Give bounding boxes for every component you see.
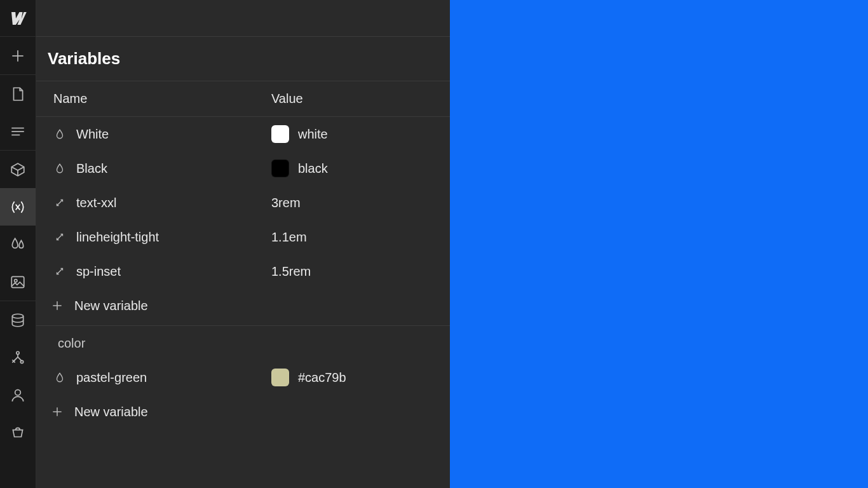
variable-value: 1.5rem	[271, 264, 311, 279]
variable-value: 1.1em	[271, 230, 307, 245]
variable-value: white	[298, 127, 328, 142]
svg-line-21	[57, 269, 63, 274]
columns-header: Name Value	[36, 81, 450, 117]
size-icon	[53, 265, 66, 278]
canvas[interactable]	[450, 0, 868, 488]
svg-rect-8	[11, 276, 24, 287]
svg-line-19	[57, 200, 63, 206]
new-variable-button[interactable]: New variable	[36, 288, 450, 323]
variable-value: 3rem	[271, 196, 301, 210]
variable-row[interactable]: Blackblack	[36, 151, 450, 186]
plus-icon	[50, 299, 64, 313]
column-value-header: Value	[271, 92, 450, 106]
variable-value: black	[298, 161, 328, 176]
drop-icon	[53, 162, 66, 175]
svg-point-17	[20, 360, 23, 363]
cms-button[interactable]	[0, 301, 36, 339]
drop-icon	[53, 128, 66, 140]
new-variable-button[interactable]: New variable	[36, 395, 450, 429]
svg-point-9	[15, 279, 17, 281]
variable-row[interactable]: pastel-green#cac79b	[36, 360, 450, 395]
variable-group-title[interactable]: color	[36, 326, 450, 360]
new-variable-label: New variable	[74, 299, 148, 313]
variables-panel: Variables Name Value WhitewhiteBlackblac…	[36, 0, 450, 488]
variable-row[interactable]: Whitewhite	[36, 117, 450, 151]
drop-icon	[53, 371, 66, 384]
variable-name: lineheight-tight	[76, 230, 159, 245]
webflow-logo[interactable]	[0, 0, 36, 37]
color-swatch	[271, 369, 289, 386]
style-manager-button[interactable]	[0, 226, 36, 263]
pages-button[interactable]	[0, 75, 36, 112]
panel-title: Variables	[48, 49, 120, 69]
assets-button[interactable]	[0, 263, 36, 301]
size-icon	[53, 196, 66, 209]
new-variable-label: New variable	[74, 405, 148, 419]
color-swatch	[271, 125, 289, 143]
svg-point-18	[15, 390, 21, 395]
svg-line-20	[57, 234, 63, 240]
variable-row[interactable]: lineheight-tight1.1em	[36, 220, 450, 254]
variable-row[interactable]: text-xxl3rem	[36, 186, 450, 220]
variable-name: White	[76, 127, 109, 142]
variable-name: sp-inset	[76, 264, 121, 279]
add-element-button[interactable]	[0, 37, 36, 74]
variable-row[interactable]: sp-inset1.5rem	[36, 254, 450, 288]
plus-icon	[50, 405, 64, 419]
users-button[interactable]	[0, 376, 36, 414]
column-name-header: Name	[53, 92, 271, 106]
navigator-button[interactable]	[0, 112, 36, 150]
toolbar-rail	[0, 0, 36, 488]
size-icon	[53, 231, 66, 243]
ecommerce-button[interactable]	[0, 414, 36, 451]
variable-name: pastel-green	[76, 370, 147, 385]
components-button[interactable]	[0, 151, 36, 188]
svg-point-11	[17, 351, 19, 354]
variables-button[interactable]	[0, 188, 36, 226]
variable-name: text-xxl	[76, 196, 116, 210]
logic-button[interactable]	[0, 339, 36, 376]
panel-topbar	[36, 0, 450, 37]
svg-point-10	[12, 314, 23, 318]
color-swatch	[271, 159, 289, 177]
variable-value: #cac79b	[298, 370, 346, 385]
variable-name: Black	[76, 161, 107, 176]
